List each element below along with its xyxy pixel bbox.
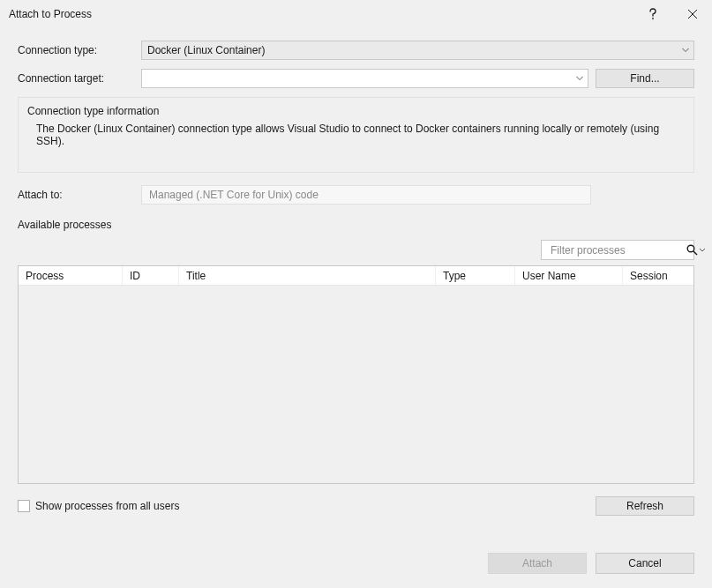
column-session[interactable]: Session	[623, 266, 693, 285]
title-bar: Attach to Process	[0, 0, 712, 28]
show-all-users-label: Show processes from all users	[35, 500, 179, 512]
connection-target-label: Connection target:	[18, 72, 141, 85]
help-icon	[648, 8, 657, 20]
filter-processes-input-wrapper	[541, 240, 694, 260]
attach-to-label: Attach to:	[18, 189, 141, 201]
column-process[interactable]: Process	[19, 266, 123, 285]
chevron-down-icon	[700, 249, 705, 252]
help-button[interactable]	[633, 0, 672, 28]
table-header: Process ID Title Type User Name Session	[19, 266, 693, 286]
search-split-button[interactable]	[685, 244, 707, 256]
connection-type-dropdown[interactable]: Docker (Linux Container)	[141, 41, 694, 60]
window-title: Attach to Process	[9, 8, 633, 20]
column-title[interactable]: Title	[179, 266, 436, 285]
processes-table[interactable]: Process ID Title Type User Name Session	[18, 265, 694, 484]
show-all-users-checkbox[interactable]: Show processes from all users	[18, 500, 179, 512]
chevron-down-icon	[682, 48, 689, 53]
column-user[interactable]: User Name	[515, 266, 623, 285]
column-type[interactable]: Type	[436, 266, 515, 285]
close-button[interactable]	[672, 0, 712, 28]
attach-button: Attach	[488, 553, 587, 574]
info-title: Connection type information	[27, 105, 685, 117]
connection-type-label: Connection type:	[18, 44, 141, 56]
svg-point-0	[687, 245, 694, 252]
column-id[interactable]: ID	[123, 266, 179, 285]
info-body: The Docker (Linux Container) connection …	[27, 123, 685, 147]
refresh-button[interactable]: Refresh	[596, 496, 694, 516]
connection-target-dropdown[interactable]	[141, 69, 588, 88]
available-processes-label: Available processes	[18, 219, 694, 231]
connection-type-value: Docker (Linux Container)	[147, 44, 265, 56]
search-icon	[686, 244, 698, 256]
filter-processes-input[interactable]	[549, 243, 685, 257]
find-button[interactable]: Find...	[596, 69, 694, 88]
cancel-button[interactable]: Cancel	[596, 553, 694, 574]
chevron-down-icon	[576, 77, 583, 81]
close-icon	[688, 10, 697, 19]
table-body	[19, 286, 693, 483]
checkbox-icon	[18, 500, 30, 512]
attach-to-value: Managed (.NET Core for Unix) code	[141, 185, 591, 205]
connection-info-box: Connection type information The Docker (…	[18, 97, 694, 173]
